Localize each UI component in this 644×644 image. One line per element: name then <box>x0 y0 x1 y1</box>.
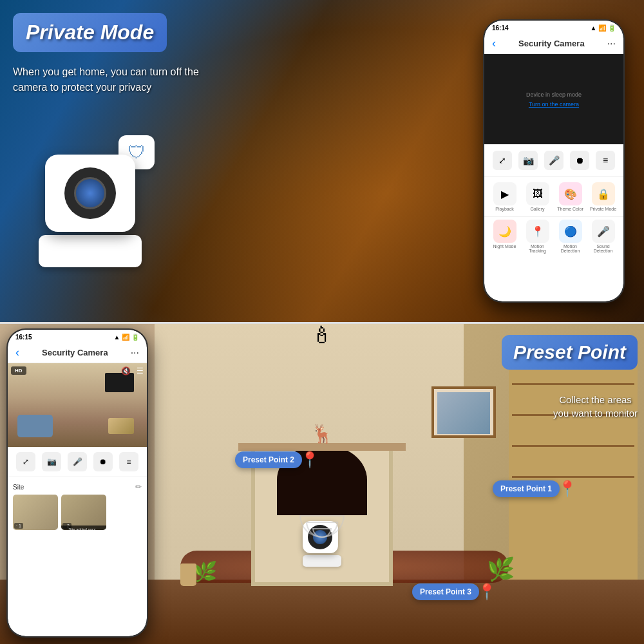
more-button-bottom[interactable]: ··· <box>131 347 139 359</box>
phone-screen-bottom: 16:15 ▲ 📶 🔋 ‹ Security Camera ··· HD 🔇 ☰ <box>8 330 147 636</box>
preset-pin-3: 📍 <box>477 583 497 601</box>
gallery-icon: 🖼 <box>526 182 549 205</box>
section-divider <box>0 322 644 324</box>
menu-icon[interactable]: ≡ <box>596 151 615 170</box>
mute-icon[interactable]: 🔇 <box>121 366 131 375</box>
preset-point-title: Preset Point <box>513 341 626 363</box>
night-icon: 🌙 <box>493 220 516 243</box>
record-icon[interactable]: ⏺ <box>570 151 589 170</box>
camera-base <box>39 235 142 267</box>
phone-time-top: 16:14 <box>492 24 509 32</box>
theme-icon: 🎨 <box>559 182 582 205</box>
thumb-label-1: · 1 <box>14 523 23 529</box>
preset-point-description: Collect the areasyou want to monitor <box>553 393 638 420</box>
expand-icon-2[interactable]: ⤢ <box>16 452 35 471</box>
preset-desc-text: Collect the areasyou want to monitor <box>553 394 638 419</box>
sleep-mode-area: Device in sleep mode Turn on the camera <box>484 54 623 144</box>
mic-icon-2[interactable]: 🎤 <box>68 452 87 471</box>
site-thumb-1[interactable]: · 1 <box>13 495 58 530</box>
sound-label: Sound Detection <box>588 244 618 253</box>
features-grid-top: ▶ Playback 🖼 Gallery 🎨 Theme Color 🔒 Pri… <box>484 177 623 216</box>
site-added-toast: Site added succ... <box>61 526 106 530</box>
feature-theme[interactable]: 🎨 Theme Color <box>555 182 585 211</box>
preset-marker-3[interactable]: Preset Point 3 📍 <box>412 583 497 601</box>
motion-track-icon: 📍 <box>526 220 549 243</box>
mic-icon[interactable]: 🎤 <box>544 151 564 170</box>
top-section: Private Mode When you get home, you can … <box>0 0 644 322</box>
preset-marker-2[interactable]: Preset Point 2 📍 <box>235 451 319 469</box>
phone-title-top: Security Camera <box>496 39 607 48</box>
room-camera <box>303 521 341 567</box>
site-section: Site ✏ · 1 · 2 Site added succ... <box>8 477 147 535</box>
theme-label: Theme Color <box>557 207 583 211</box>
camera-icon-2[interactable]: 📷 <box>42 452 61 471</box>
feature-motion-track[interactable]: 📍 Motion Tracking <box>522 220 553 253</box>
phone-icons-row-bottom: ⤢ 📷 🎤 ⏺ ≡ <box>8 447 147 477</box>
turn-on-camera-link[interactable]: Turn on the camera <box>529 101 579 108</box>
preset-label-1: Preset Point 1 <box>493 480 560 497</box>
feature-gallery[interactable]: 🖼 Gallery <box>522 182 553 211</box>
preset-pin-2: 📍 <box>300 451 319 469</box>
motion-detect-icon: 🔵 <box>559 220 582 243</box>
motion-detect-label: Motion Detection <box>555 244 585 253</box>
phone-screen-top: 16:14 ▲ 📶 🔋 ‹ Security Camera ··· Device… <box>484 21 623 301</box>
feature-private[interactable]: 🔒 Private Mode <box>588 182 618 211</box>
phone-bottom-left: 16:15 ▲ 📶 🔋 ‹ Security Camera ··· HD 🔇 ☰ <box>6 328 148 638</box>
site-label-text: Site <box>13 484 24 491</box>
night-label: Night Mode <box>493 244 516 249</box>
camera-icon[interactable]: 📷 <box>518 151 538 170</box>
camera-body <box>45 155 135 232</box>
private-label: Private Mode <box>590 207 616 211</box>
site-thumb-2[interactable]: · 2 Site added succ... <box>61 495 106 530</box>
private-icon: 🔒 <box>592 182 615 205</box>
record-icon-2[interactable]: ⏺ <box>93 452 113 471</box>
list-icon[interactable]: ☰ <box>137 366 144 375</box>
preview-table <box>108 418 134 434</box>
preset-label-2: Preset Point 2 <box>235 451 302 468</box>
site-edit-icon[interactable]: ✏ <box>135 482 142 491</box>
gallery-label: Gallery <box>530 207 544 211</box>
status-bar-top: 16:14 ▲ 📶 🔋 <box>484 21 623 33</box>
site-thumbnails: · 1 · 2 Site added succ... <box>13 495 142 530</box>
feature-night[interactable]: 🌙 Night Mode <box>489 220 520 253</box>
playback-icon: ▶ <box>493 182 516 205</box>
preview-tv <box>105 373 134 392</box>
feature-motion-detect[interactable]: 🔵 Motion Detection <box>555 220 585 253</box>
hd-badge: HD <box>11 366 26 375</box>
status-icons-top: ▲ 📶 🔋 <box>591 24 616 32</box>
playback-label: Playback <box>495 207 513 211</box>
preset-point-badge: Preset Point <box>502 335 638 370</box>
phone-time-bottom: 16:15 <box>15 334 32 341</box>
status-bar-bottom: 16:15 ▲ 📶 🔋 <box>8 330 147 343</box>
sound-icon: 🎤 <box>592 220 615 243</box>
camera-device: 🛡 <box>39 155 142 283</box>
preset-label-3: Preset Point 3 <box>412 583 479 600</box>
feature-sound[interactable]: 🎤 Sound Detection <box>588 220 618 253</box>
preset-pin-1: 📍 <box>558 480 577 498</box>
camera-top <box>64 167 116 219</box>
features-grid2-top: 🌙 Night Mode 📍 Motion Tracking 🔵 Motion … <box>484 216 623 258</box>
feature-playback[interactable]: ▶ Playback <box>489 182 520 211</box>
private-mode-description: When you get home, you can turn off the … <box>13 64 232 95</box>
preview-sofa <box>17 415 53 437</box>
phone-top-right: 16:14 ▲ 📶 🔋 ‹ Security Camera ··· Device… <box>483 19 625 303</box>
more-button-top[interactable]: ··· <box>607 38 616 50</box>
phone-header-top: ‹ Security Camera ··· <box>484 33 623 54</box>
sleep-mode-text: Device in sleep mode <box>526 91 582 98</box>
private-mode-title: Private Mode <box>26 21 154 44</box>
expand-icon[interactable]: ⤢ <box>493 151 512 170</box>
status-icons-bottom: ▲ 📶 🔋 <box>114 334 139 341</box>
room-camera-base <box>303 555 341 567</box>
preset-marker-1[interactable]: Preset Point 1 📍 <box>493 480 577 498</box>
motion-track-label: Motion Tracking <box>522 244 553 253</box>
private-mode-badge: Private Mode <box>13 13 167 52</box>
phone-icons-row-top: ⤢ 📷 🎤 ⏺ ≡ <box>484 144 623 177</box>
phone-title-bottom: Security Camera <box>19 348 131 357</box>
camera-lens <box>74 177 106 209</box>
menu-icon-2[interactable]: ≡ <box>119 452 138 471</box>
bottom-section: 🦌 🕯 🌿 🌿 <box>0 322 644 644</box>
camera-preview: HD 🔇 ☰ <box>8 363 147 447</box>
site-label-row: Site ✏ <box>13 482 142 491</box>
phone-header-bottom: ‹ Security Camera ··· <box>8 343 147 363</box>
